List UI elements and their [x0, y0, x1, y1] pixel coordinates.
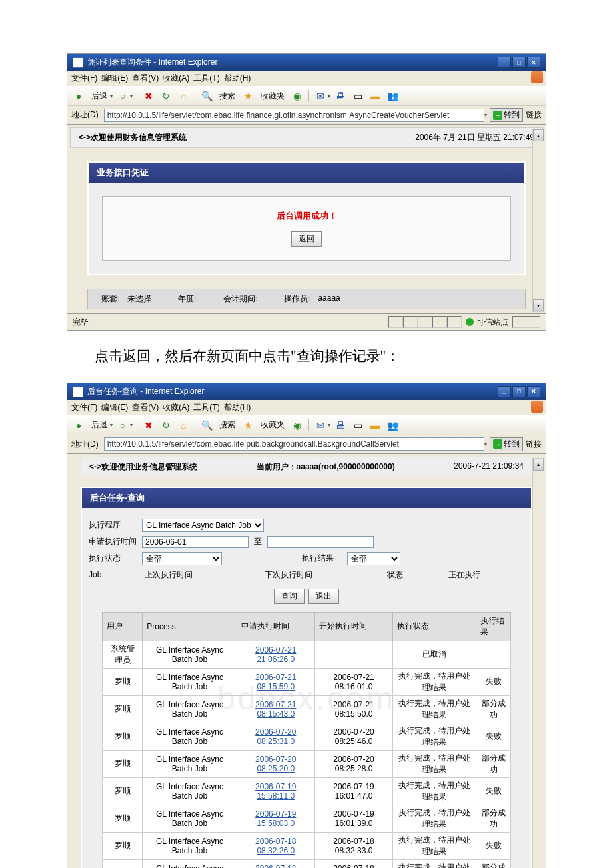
refresh-icon[interactable]: ↻: [159, 89, 173, 103]
back-dropdown-icon[interactable]: ▾: [110, 422, 113, 428]
maximize-button[interactable]: □: [512, 57, 526, 68]
discuss-icon[interactable]: 👥: [385, 89, 400, 103]
apply-time-link[interactable]: 2006-07-20 08:25:20.0: [237, 750, 314, 777]
query-button[interactable]: 查询: [274, 589, 305, 604]
search-icon[interactable]: 🔍: [199, 418, 214, 433]
scroll-up-icon[interactable]: ▴: [533, 459, 544, 471]
cell: 部分成功: [476, 859, 511, 868]
print-icon[interactable]: 🖶: [333, 418, 348, 433]
user-text: 当前用户：aaaaa(root,900000000000): [257, 461, 395, 473]
menu-file[interactable]: 文件(F): [71, 402, 97, 413]
edit-icon[interactable]: ▭: [350, 418, 365, 433]
menu-file[interactable]: 文件(F): [71, 73, 97, 84]
mail-dropdown-icon[interactable]: ▾: [328, 422, 330, 428]
system-header: <->欢迎使用业务信息管理系统 当前用户：aaaaa(root,90000000…: [81, 457, 532, 477]
maximize-button[interactable]: □: [512, 386, 526, 397]
minimize-button[interactable]: _: [498, 386, 511, 397]
cell: GL Interface Async Batch Job: [143, 859, 237, 868]
menubar[interactable]: 文件(F) 编辑(E) 查看(V) 收藏(A) 工具(T) 帮助(H): [67, 71, 546, 86]
year-label: 年度:: [178, 293, 196, 305]
menu-view[interactable]: 查看(V): [132, 402, 159, 413]
cell: 执行完成，待用户处理结果: [393, 777, 476, 805]
apply-time-link[interactable]: 2006-07-18 08:32:18.0: [237, 859, 314, 868]
favorites-button[interactable]: 收藏夹: [258, 419, 287, 431]
datetime-text: 2006-7-21 21:09:34: [454, 461, 524, 473]
discuss-icon[interactable]: 👥: [385, 418, 400, 433]
menubar[interactable]: 文件(F) 编辑(E) 查看(V) 收藏(A) 工具(T) 帮助(H): [67, 400, 546, 415]
menu-tools[interactable]: 工具(T): [193, 73, 219, 84]
url-input[interactable]: http://10.0.1.5/life/servlet/com.ebao.li…: [104, 437, 484, 451]
scroll-down-icon[interactable]: ▾: [533, 299, 544, 311]
favorites-button[interactable]: 收藏夹: [258, 91, 287, 102]
back-icon[interactable]: ●: [71, 418, 86, 433]
folder-icon[interactable]: ▬: [368, 418, 382, 433]
forward-icon[interactable]: ○: [115, 89, 130, 103]
menu-tools[interactable]: 工具(T): [193, 402, 219, 413]
home-icon[interactable]: ⌂: [176, 418, 191, 433]
status-text: 完毕: [73, 317, 89, 327]
url-dropdown-icon[interactable]: ▾: [484, 441, 487, 447]
apply-time-link[interactable]: 2006-07-18 08:32:26.0: [237, 832, 314, 859]
stop-icon[interactable]: ✖: [141, 89, 156, 103]
minimize-button[interactable]: _: [498, 57, 511, 68]
mail-icon[interactable]: ✉: [313, 89, 328, 103]
forward-dropdown-icon[interactable]: ▾: [130, 93, 133, 99]
forward-dropdown-icon[interactable]: ▾: [130, 422, 133, 428]
menu-edit[interactable]: 编辑(E): [101, 73, 128, 84]
program-select[interactable]: GL Interface Async Batch Job: [142, 519, 264, 532]
apply-time-link[interactable]: 2006-07-19 15:58:03.0: [237, 805, 314, 832]
cell: 执行完成，待用户处理结果: [393, 805, 476, 832]
table-row: 罗顺GL Interface Async Batch Job2006-07-18…: [103, 832, 511, 859]
stop-icon[interactable]: ✖: [141, 418, 156, 433]
back-button[interactable]: 返回: [291, 231, 322, 247]
media-icon[interactable]: ◉: [290, 418, 305, 433]
back-button[interactable]: 后退: [89, 91, 110, 102]
mail-dropdown-icon[interactable]: ▾: [328, 93, 330, 99]
go-button[interactable]: →转到: [490, 437, 523, 451]
back-button[interactable]: 后退: [89, 419, 110, 431]
favorites-icon[interactable]: ★: [241, 89, 255, 103]
url-dropdown-icon[interactable]: ▾: [484, 112, 487, 118]
menu-favorites[interactable]: 收藏(A): [163, 73, 189, 84]
apply-time-link[interactable]: 2006-07-19 15:58:11.0: [237, 777, 314, 805]
url-input[interactable]: http://10.0.1.5/life/servlet/com.ebao.li…: [104, 109, 484, 122]
exit-button[interactable]: 退出: [308, 589, 339, 604]
scrollbar[interactable]: ▴▾: [532, 458, 544, 868]
favorites-icon[interactable]: ★: [241, 418, 255, 433]
back-icon[interactable]: ●: [71, 89, 86, 103]
refresh-icon[interactable]: ↻: [159, 418, 173, 433]
window-titlebar: 凭证列表查询条件 - Internet Explorer _ □ ✕: [67, 54, 546, 71]
apply-time-link[interactable]: 2006-07-20 08:25:31.0: [237, 723, 314, 750]
scroll-up-icon[interactable]: ▴: [533, 129, 544, 141]
forward-icon[interactable]: ○: [115, 418, 130, 433]
scrollbar[interactable]: ▴▾: [532, 129, 544, 312]
search-icon[interactable]: 🔍: [199, 89, 214, 103]
edit-icon[interactable]: ▭: [350, 89, 365, 103]
result-select[interactable]: 全部: [347, 552, 400, 565]
menu-help[interactable]: 帮助(H): [224, 73, 251, 84]
close-button[interactable]: ✕: [527, 386, 540, 397]
print-icon[interactable]: 🖶: [333, 89, 348, 103]
menu-view[interactable]: 查看(V): [132, 73, 159, 84]
links-label[interactable]: 链接: [526, 439, 542, 450]
search-button[interactable]: 搜索: [217, 91, 238, 102]
time-to-input[interactable]: [267, 536, 374, 548]
back-dropdown-icon[interactable]: ▾: [110, 93, 113, 99]
menu-help[interactable]: 帮助(H): [224, 402, 251, 413]
folder-icon[interactable]: ▬: [368, 89, 382, 103]
apply-time-link[interactable]: 2006-07-21 08:15:43.0: [237, 695, 314, 723]
go-button[interactable]: →转到: [490, 108, 523, 122]
state-select[interactable]: 全部: [142, 552, 222, 565]
close-button[interactable]: ✕: [527, 57, 540, 68]
mail-icon[interactable]: ✉: [313, 418, 328, 433]
media-icon[interactable]: ◉: [290, 89, 305, 103]
menu-favorites[interactable]: 收藏(A): [163, 402, 189, 413]
col-header: 用户: [103, 612, 143, 641]
home-icon[interactable]: ⌂: [176, 89, 191, 103]
search-button[interactable]: 搜索: [217, 419, 238, 431]
links-label[interactable]: 链接: [526, 109, 542, 121]
menu-edit[interactable]: 编辑(E): [101, 402, 128, 413]
time-from-input[interactable]: [142, 536, 249, 548]
apply-time-link[interactable]: 2006-07-21 08:15:59.0: [237, 668, 314, 695]
apply-time-link[interactable]: 2006-07-21 21:06:26.0: [237, 641, 314, 668]
